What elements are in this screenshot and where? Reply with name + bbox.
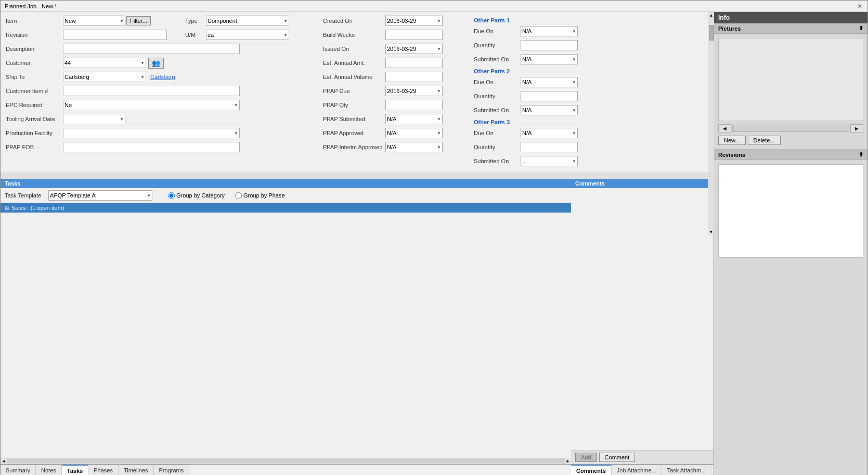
customer-lookup-button[interactable]: 👥 bbox=[148, 58, 164, 69]
op1-submitted-label: Submitted On bbox=[474, 56, 521, 62]
op2-qty-input[interactable] bbox=[521, 91, 578, 101]
op2-submitted-label: Submitted On bbox=[474, 107, 521, 113]
est-annual-amt-input[interactable] bbox=[385, 58, 443, 68]
comment-button[interactable]: Comment bbox=[599, 453, 636, 462]
group-category-radio[interactable]: Group by Category bbox=[168, 192, 225, 199]
tab-job-attachments[interactable]: Job Attachme... bbox=[612, 465, 662, 475]
pictures-prev-button[interactable]: ◄ bbox=[718, 124, 731, 133]
build-weeks-input[interactable] bbox=[385, 30, 443, 40]
revision-label: Revision bbox=[6, 32, 63, 38]
task-template-select[interactable]: APQP Template A bbox=[48, 190, 152, 201]
other-parts-2-title: Other Parts 2 bbox=[474, 68, 709, 74]
revisions-title: Revisions bbox=[718, 152, 745, 158]
op1-qty-input[interactable] bbox=[521, 40, 578, 50]
task-group-row[interactable]: ⊞ Sales : (1 open item) bbox=[1, 203, 571, 213]
um-select[interactable]: ea pcs lbs bbox=[206, 30, 289, 40]
ppap-interim-label: PPAP Interim Approved bbox=[323, 144, 385, 150]
op3-qty-label: Quantity bbox=[474, 144, 521, 150]
type-select[interactable]: Component Assembly Raw Material bbox=[206, 16, 289, 26]
item-select[interactable]: New bbox=[63, 16, 125, 26]
task-template-label: Task Template bbox=[5, 192, 41, 199]
pictures-nav-track[interactable] bbox=[732, 125, 849, 132]
op3-submitted-select[interactable]: ... bbox=[521, 156, 578, 166]
created-on-select[interactable]: 2016-03-29 bbox=[385, 16, 443, 26]
op2-submitted-select[interactable]: N/A bbox=[521, 105, 578, 115]
issued-on-label: Issued On bbox=[323, 46, 385, 52]
op3-submitted-label: Submitted On bbox=[474, 158, 521, 164]
tab-notes[interactable]: Notes bbox=[36, 465, 62, 475]
production-label: Production Facility bbox=[6, 130, 63, 136]
pictures-section: Pictures ⬆ ◄ ► New... Delete... bbox=[714, 23, 867, 150]
op3-qty-input[interactable] bbox=[521, 142, 578, 152]
group-phase-radio[interactable]: Group by Phase bbox=[235, 192, 285, 199]
ppap-fob-input[interactable] bbox=[63, 142, 240, 152]
pictures-nav: ◄ ► bbox=[716, 123, 865, 134]
op1-submitted-select[interactable]: N/A bbox=[521, 54, 578, 64]
production-select[interactable] bbox=[63, 128, 240, 138]
tab-comments[interactable]: Comments bbox=[571, 465, 612, 475]
ppap-qty-input[interactable] bbox=[385, 100, 443, 110]
filter-button[interactable]: Filter... bbox=[126, 16, 151, 25]
ship-to-link[interactable]: Carlsberg bbox=[150, 74, 175, 80]
comments-body bbox=[571, 188, 714, 450]
ppap-approved-select[interactable]: N/A Submitted Approved bbox=[385, 128, 443, 138]
expand-icon: ⊞ bbox=[5, 205, 9, 211]
tasks-header: Tasks bbox=[1, 179, 571, 188]
pictures-next-button[interactable]: ► bbox=[850, 124, 863, 133]
issued-on-select[interactable]: 2016-03-29 bbox=[385, 44, 443, 54]
tab-programs[interactable]: Programs bbox=[154, 465, 190, 475]
est-annual-vol-input[interactable] bbox=[385, 72, 443, 82]
customer-item-input[interactable] bbox=[63, 86, 240, 96]
op1-due-label: Due On bbox=[474, 28, 521, 34]
scroll-right-icon[interactable]: ► bbox=[565, 458, 571, 465]
scroll-thumb[interactable] bbox=[709, 25, 714, 41]
tooling-select[interactable] bbox=[63, 114, 125, 124]
epc-label: EPC Required bbox=[6, 102, 63, 108]
customer-select[interactable]: 44 bbox=[63, 58, 146, 68]
build-weeks-label: Build Weeks bbox=[323, 32, 385, 38]
epc-select[interactable]: No Yes bbox=[63, 100, 240, 110]
scroll-up-arrow[interactable]: ▲ bbox=[708, 12, 715, 19]
right-panel: Info Pictures ⬆ ◄ ► New... Delete bbox=[714, 12, 867, 475]
comment-tabs: Comments Job Attachme... Task Attachm... bbox=[571, 464, 714, 475]
revision-input[interactable] bbox=[63, 30, 167, 40]
ppap-submitted-select[interactable]: N/A Submitted Approved bbox=[385, 114, 443, 124]
type-label: Type bbox=[185, 18, 206, 24]
tab-summary[interactable]: Summary bbox=[1, 465, 36, 475]
scroll-down-arrow[interactable]: ▼ bbox=[708, 229, 715, 235]
h-scroll-track[interactable] bbox=[7, 458, 565, 464]
revisions-collapse-icon[interactable]: ⬆ bbox=[859, 151, 863, 158]
est-annual-amt-label: Est. Annual Amt. bbox=[323, 60, 385, 66]
scroll-left-icon[interactable]: ◄ bbox=[1, 458, 7, 465]
tab-tasks[interactable]: Tasks bbox=[62, 465, 88, 475]
ppap-interim-select[interactable]: N/A Submitted Approved bbox=[385, 142, 443, 152]
revisions-area bbox=[718, 164, 863, 258]
ship-to-select[interactable]: Carlsberg bbox=[63, 72, 146, 82]
description-input[interactable] bbox=[63, 44, 240, 54]
op2-due-select[interactable]: N/A bbox=[521, 77, 578, 87]
description-label: Description bbox=[6, 46, 63, 52]
tab-timelines[interactable]: Timelines bbox=[119, 465, 154, 475]
pictures-area bbox=[718, 38, 863, 121]
bottom-tabs: Summary Notes Tasks Phases Timelines Pro… bbox=[1, 464, 571, 475]
est-annual-vol-label: Est. Annual Volume bbox=[323, 74, 385, 80]
pictures-new-button[interactable]: New... bbox=[718, 136, 746, 145]
tab-phases[interactable]: Phases bbox=[88, 465, 119, 475]
op3-due-select[interactable]: N/A bbox=[521, 128, 578, 138]
tooling-label: Tooling Arrival Date bbox=[6, 116, 63, 122]
close-button[interactable]: ✕ bbox=[856, 3, 863, 10]
revisions-section: Revisions ⬆ bbox=[714, 150, 867, 475]
pictures-delete-button[interactable]: Delete... bbox=[748, 136, 781, 145]
pictures-section-header: Pictures ⬆ bbox=[714, 23, 867, 34]
ppap-due-select[interactable]: 2016-03-29 bbox=[385, 86, 443, 96]
vertical-scrollbar[interactable]: ▲ ▼ bbox=[708, 12, 714, 235]
ppap-due-label: PPAP Due bbox=[323, 88, 385, 94]
pictures-collapse-icon[interactable]: ⬆ bbox=[859, 25, 863, 32]
ppap-qty-label: PPAP Qty bbox=[323, 102, 385, 108]
ppap-approved-label: PPAP Approved bbox=[323, 130, 385, 136]
op2-qty-label: Quantity bbox=[474, 93, 521, 99]
add-button[interactable]: Add bbox=[575, 453, 597, 462]
pictures-buttons: New... Delete... bbox=[716, 134, 865, 147]
tab-task-attachments[interactable]: Task Attachm... bbox=[662, 465, 712, 475]
op1-due-select[interactable]: N/A bbox=[521, 26, 578, 36]
